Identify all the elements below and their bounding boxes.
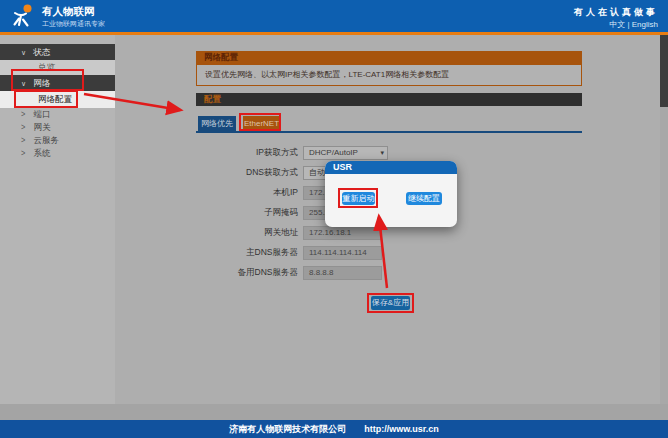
sidebar-item-label: 系统 <box>33 148 50 158</box>
sidebar-item-ports[interactable]: >端口 <box>0 108 115 121</box>
config-section-title: 配置 <box>196 93 582 106</box>
chevron-down-icon: ∨ <box>21 76 26 92</box>
page-description: 设置优先网络、以太网IP相关参数配置，LTE-CAT1网络相关参数配置 <box>196 64 582 86</box>
form-row: 备用DNS服务器 8.8.8.8 <box>196 266 582 280</box>
sidebar-item-label: 网络配置 <box>38 94 72 104</box>
usr-logo-icon <box>10 3 37 30</box>
tab-network-priority[interactable]: 网络优先 <box>198 116 236 131</box>
logo-title: 有人物联网 <box>42 5 95 19</box>
sidebar: ∨状态 总览 ∨网络 网络配置 >端口 >网关 >云服务 >系统 <box>0 35 115 404</box>
header-bar: 有人物联网 工业物联网通讯专家 有人在认真做事 中文 | English <box>0 0 668 32</box>
primary-dns-field[interactable]: 114.114.114.114 <box>303 246 382 260</box>
content-bottom-band <box>0 404 668 420</box>
sidebar-section-network[interactable]: ∨网络 <box>0 75 115 91</box>
sidebar-item-label: 总览 <box>38 62 55 72</box>
page-title: 网络配置 <box>196 51 582 64</box>
sidebar-item-network-config[interactable]: 网络配置 <box>0 91 115 108</box>
sidebar-section-status[interactable]: ∨状态 <box>0 44 115 60</box>
header-slogan: 有人在认真做事 <box>574 6 658 19</box>
footer-company: 济南有人物联网技术有限公司 <box>229 423 346 436</box>
form-row: 网关地址 172.16.18.1 <box>196 226 582 240</box>
sidebar-item-overview[interactable]: 总览 <box>0 60 115 75</box>
tab-ethernet[interactable]: EtherNET <box>243 116 280 131</box>
field-label: 本机IP <box>196 187 298 199</box>
field-label: 备用DNS服务器 <box>196 267 298 279</box>
select-value: DHCP/AutoIP <box>309 148 358 157</box>
continue-config-button[interactable]: 继续配置 <box>406 192 442 205</box>
scrollbar-track[interactable] <box>660 35 668 420</box>
footer-bar: 济南有人物联网技术有限公司 http://www.usr.cn <box>0 420 668 438</box>
tab-underline <box>196 131 582 133</box>
logo-subtitle: 工业物联网通讯专家 <box>42 19 105 29</box>
restart-button[interactable]: 重新启动 <box>342 192 375 205</box>
usr-dialog: USR 重新启动 继续配置 <box>325 161 457 227</box>
footer-url[interactable]: http://www.usr.cn <box>364 424 439 434</box>
scrollbar-thumb[interactable] <box>660 35 668 107</box>
dialog-title: USR <box>325 161 457 174</box>
field-label: DNS获取方式 <box>196 167 298 179</box>
sidebar-item-label: 端口 <box>33 109 50 119</box>
form-row: IP获取方式 DHCP/AutoIP▾ <box>196 146 582 160</box>
chevron-right-icon: > <box>21 146 25 162</box>
sidebar-item-label: 云服务 <box>33 135 59 145</box>
chevron-down-icon: ∨ <box>21 45 26 61</box>
language-switcher[interactable]: 中文 | English <box>609 19 658 30</box>
sidebar-item-system[interactable]: >系统 <box>0 147 115 160</box>
sidebar-item-label: 网关 <box>33 122 50 132</box>
form-row: 主DNS服务器 114.114.114.114 <box>196 246 582 260</box>
gateway-address-field[interactable]: 172.16.18.1 <box>303 226 382 240</box>
chevron-down-icon: ▾ <box>380 147 384 159</box>
field-label: 子网掩码 <box>196 207 298 219</box>
app-window: 有人物联网 工业物联网通讯专家 有人在认真做事 中文 | English ∨状态… <box>0 0 668 438</box>
sidebar-item-cloud[interactable]: >云服务 <box>0 134 115 147</box>
sidebar-section-label: 状态 <box>33 47 50 57</box>
sidebar-item-gateway[interactable]: >网关 <box>0 121 115 134</box>
field-label: 网关地址 <box>196 227 298 239</box>
field-label: IP获取方式 <box>196 147 298 159</box>
save-apply-button[interactable]: 保存&应用 <box>371 296 410 310</box>
sidebar-section-label: 网络 <box>33 78 50 88</box>
backup-dns-field[interactable]: 8.8.8.8 <box>303 266 382 280</box>
field-label: 主DNS服务器 <box>196 247 298 259</box>
ip-mode-select[interactable]: DHCP/AutoIP▾ <box>303 146 388 160</box>
